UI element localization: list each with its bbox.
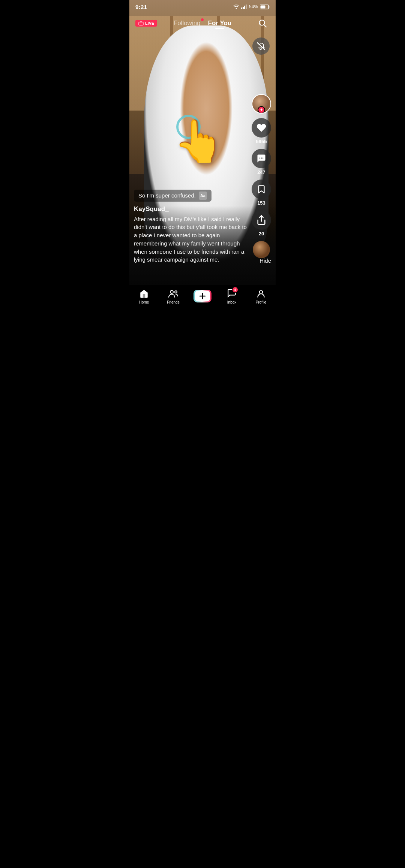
bookmark-action[interactable]: 153 bbox=[252, 180, 271, 206]
share-count: 20 bbox=[259, 231, 264, 236]
bookmark-count: 153 bbox=[257, 200, 266, 206]
svg-point-19 bbox=[175, 291, 177, 293]
nav-tabs: Following For You bbox=[174, 19, 231, 27]
nav-home[interactable]: Home bbox=[129, 288, 159, 304]
creator-avatar-item[interactable]: + bbox=[252, 94, 271, 114]
svg-rect-0 bbox=[241, 7, 242, 9]
bookmark-icon bbox=[256, 184, 266, 195]
signal-icon bbox=[241, 4, 247, 9]
svg-point-18 bbox=[170, 290, 173, 293]
search-button[interactable] bbox=[255, 16, 270, 30]
right-actions: + 5955 247 bbox=[252, 94, 271, 258]
svg-rect-7 bbox=[139, 22, 143, 25]
video-caption: After reading all my DM's like I said I … bbox=[134, 215, 248, 264]
inbox-badge: 4 bbox=[227, 288, 237, 299]
music-disc bbox=[253, 241, 270, 258]
share-icon bbox=[256, 215, 267, 225]
caption-aa-icon[interactable]: Aa bbox=[199, 192, 207, 200]
friends-label: Friends bbox=[167, 300, 179, 304]
status-bar: 9:21 54% bbox=[129, 0, 276, 13]
nav-profile[interactable]: Profile bbox=[246, 288, 276, 304]
search-icon bbox=[258, 19, 267, 28]
share-action[interactable]: 20 bbox=[252, 210, 271, 236]
comment-count: 247 bbox=[257, 169, 266, 175]
music-disc-avatar bbox=[253, 241, 270, 258]
comment-button[interactable] bbox=[252, 149, 271, 168]
nav-create[interactable] bbox=[188, 288, 217, 302]
profile-label: Profile bbox=[256, 300, 266, 304]
svg-point-14 bbox=[260, 157, 261, 159]
tv-icon bbox=[138, 21, 144, 25]
notification-off-icon bbox=[256, 42, 266, 51]
profile-icon bbox=[255, 288, 267, 299]
creator-avatar: + bbox=[252, 94, 271, 114]
comment-icon bbox=[256, 153, 267, 164]
svg-point-16 bbox=[262, 157, 264, 159]
notification-off-button[interactable] bbox=[252, 37, 270, 55]
svg-rect-5 bbox=[269, 6, 270, 8]
like-button[interactable] bbox=[252, 118, 271, 138]
svg-point-15 bbox=[261, 157, 262, 159]
caption-subtitle-block: So I'm super confused. Aa bbox=[134, 190, 212, 202]
svg-rect-3 bbox=[246, 4, 247, 9]
bottom-nav: Home Friends bbox=[129, 285, 276, 316]
like-action[interactable]: 5955 bbox=[252, 118, 271, 144]
plus-icon bbox=[199, 292, 206, 300]
svg-rect-2 bbox=[244, 6, 245, 9]
svg-rect-1 bbox=[243, 7, 244, 9]
share-button[interactable] bbox=[252, 210, 271, 230]
comment-action[interactable]: 247 bbox=[252, 149, 271, 175]
svg-line-12 bbox=[264, 25, 267, 27]
hide-button[interactable]: Hide bbox=[260, 257, 271, 264]
live-badge[interactable]: LIVE bbox=[135, 20, 157, 27]
status-time: 9:21 bbox=[135, 4, 147, 10]
tab-following[interactable]: Following bbox=[174, 19, 201, 27]
svg-point-22 bbox=[260, 290, 263, 294]
home-label: Home bbox=[139, 300, 149, 304]
subtitle-text: So I'm super confused. bbox=[138, 192, 196, 199]
follow-plus-button[interactable]: + bbox=[258, 106, 265, 114]
svg-rect-10 bbox=[140, 25, 142, 25]
inbox-icon-container: 4 bbox=[226, 288, 237, 299]
inbox-label: Inbox bbox=[227, 300, 236, 304]
like-count: 5955 bbox=[256, 139, 267, 144]
create-button-white bbox=[195, 291, 210, 301]
svg-rect-6 bbox=[261, 5, 266, 8]
inbox-badge-count: 4 bbox=[232, 287, 238, 293]
caption-area: So I'm super confused. Aa KaySquad_ Afte… bbox=[134, 190, 248, 264]
live-label: LIVE bbox=[145, 21, 154, 25]
home-icon bbox=[138, 288, 150, 299]
battery-icon bbox=[260, 4, 270, 9]
tab-for-you[interactable]: For You bbox=[208, 19, 232, 27]
nav-inbox[interactable]: 4 Inbox bbox=[217, 288, 246, 304]
live-dot bbox=[201, 18, 204, 21]
heart-icon bbox=[256, 123, 267, 133]
nav-friends[interactable]: Friends bbox=[159, 288, 188, 304]
friends-icon bbox=[168, 288, 179, 299]
video-username[interactable]: KaySquad_ bbox=[134, 205, 248, 213]
wifi-icon bbox=[233, 4, 239, 9]
battery-text: 54% bbox=[249, 4, 258, 9]
create-button-inner bbox=[194, 290, 212, 302]
top-nav: LIVE Following For You bbox=[129, 13, 276, 33]
bookmark-button[interactable] bbox=[252, 180, 271, 199]
status-icons: 54% bbox=[233, 4, 270, 9]
